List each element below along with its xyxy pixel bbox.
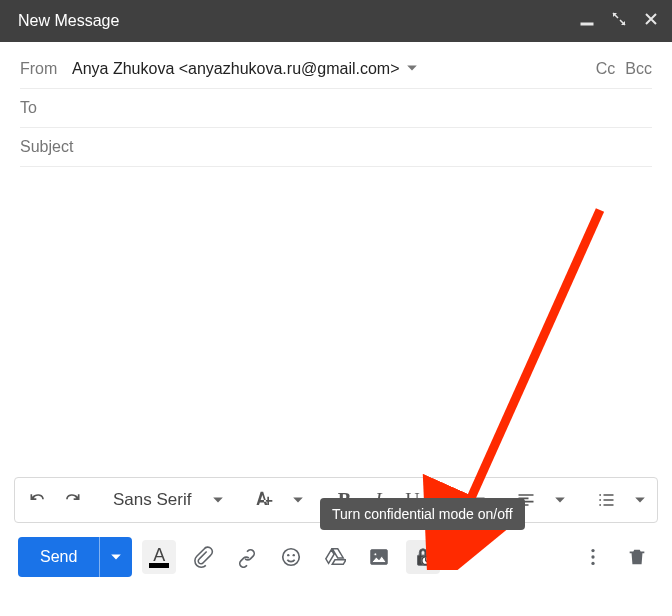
redo-button[interactable] <box>57 485 87 515</box>
align-chevron-icon[interactable] <box>545 485 575 515</box>
svg-point-11 <box>591 562 594 565</box>
font-family-chevron-icon[interactable] <box>203 485 233 515</box>
font-family-select[interactable]: Sans Serif <box>103 490 199 510</box>
to-input[interactable] <box>72 99 652 117</box>
svg-point-4 <box>293 554 295 556</box>
confidential-mode-icon[interactable] <box>406 540 440 574</box>
svg-point-2 <box>283 549 300 566</box>
font-size-button[interactable] <box>249 485 279 515</box>
tooltip: Turn confidential mode on/off <box>320 498 525 530</box>
list-chevron-icon[interactable] <box>625 485 655 515</box>
link-icon[interactable] <box>230 540 264 574</box>
signature-icon[interactable] <box>450 540 484 574</box>
emoji-icon[interactable] <box>274 540 308 574</box>
font-size-chevron-icon[interactable] <box>283 485 313 515</box>
send-options-button[interactable] <box>99 537 132 577</box>
undo-button[interactable] <box>23 485 53 515</box>
formatting-options-button[interactable]: A <box>142 540 176 574</box>
svg-point-10 <box>591 555 594 558</box>
list-button[interactable] <box>591 485 621 515</box>
send-button[interactable]: Send <box>18 537 99 577</box>
image-icon[interactable] <box>362 540 396 574</box>
subject-input[interactable] <box>20 138 652 156</box>
discard-icon[interactable] <box>620 540 654 574</box>
more-options-icon[interactable] <box>576 540 610 574</box>
close-icon[interactable] <box>644 12 658 30</box>
send-button-group: Send <box>18 537 132 577</box>
to-row: To <box>20 89 652 128</box>
minimize-icon[interactable] <box>580 12 594 30</box>
from-row: From Anya Zhukova <anyazhukova.ru@gmail.… <box>20 50 652 89</box>
svg-rect-0 <box>581 23 593 25</box>
message-body[interactable] <box>0 167 672 477</box>
svg-point-9 <box>591 549 594 552</box>
attach-icon[interactable] <box>186 540 220 574</box>
cc-link[interactable]: Cc <box>596 60 616 78</box>
bcc-link[interactable]: Bcc <box>625 60 652 78</box>
send-row: Send A <box>0 523 672 591</box>
window-title: New Message <box>18 12 119 30</box>
drive-icon[interactable] <box>318 540 352 574</box>
from-address[interactable]: Anya Zhukova <anyazhukova.ru@gmail.com> <box>72 60 418 78</box>
svg-point-3 <box>287 554 289 556</box>
to-label: To <box>20 99 62 117</box>
titlebar: New Message <box>0 0 672 42</box>
fullscreen-icon[interactable] <box>612 12 626 30</box>
from-label: From <box>20 60 62 78</box>
chevron-down-icon[interactable] <box>406 60 418 78</box>
svg-point-6 <box>374 553 377 556</box>
subject-row <box>20 128 652 167</box>
window-controls <box>580 12 658 30</box>
